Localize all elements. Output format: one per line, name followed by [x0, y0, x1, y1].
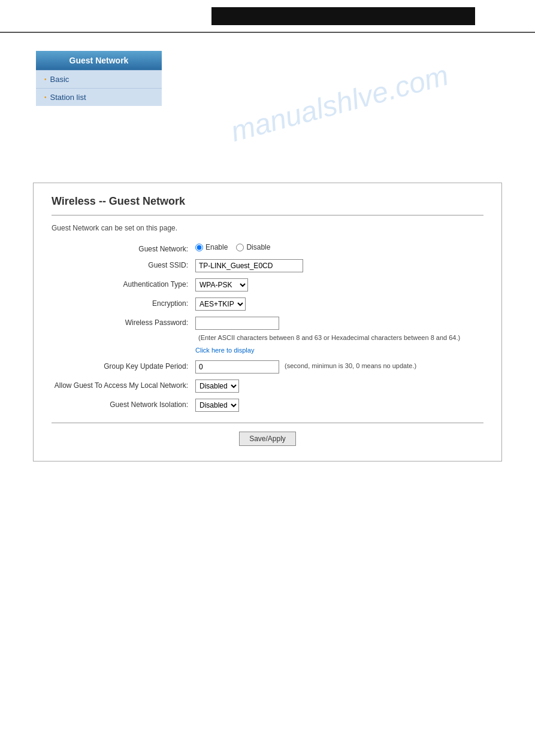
- bullet-icon: •: [44, 76, 47, 83]
- auth-type-row: Authentication Type: WPA-PSK WPA2-PSK Di…: [52, 278, 483, 292]
- top-bar-right-panel: [211, 7, 475, 25]
- group-key-row: Group Key Update Period: (second, minimu…: [52, 360, 483, 374]
- encryption-row: Encryption: AES+TKIP AES TKIP: [52, 297, 483, 311]
- form-panel-wrapper: Wireless -- Guest Network Guest Network …: [0, 183, 535, 485]
- group-key-field: (second, minimun is 30, 0 means no updat…: [195, 360, 483, 374]
- wireless-password-row: Wireless Password: (Enter ASCII characte…: [52, 317, 483, 354]
- guest-ssid-label: Guest SSID:: [52, 259, 195, 269]
- isolation-label: Guest Network Isolation:: [52, 399, 195, 409]
- guest-network-row: Guest Network: Enable Disable: [52, 243, 483, 253]
- allow-guest-row: Allow Guest To Access My Local Network: …: [52, 379, 483, 393]
- isolation-row: Guest Network Isolation: Disabled Enable…: [52, 399, 483, 412]
- group-key-label: Group Key Update Period:: [52, 360, 195, 371]
- save-apply-button[interactable]: Save/Apply: [239, 432, 296, 446]
- guest-network-label: Guest Network:: [52, 243, 195, 253]
- wireless-password-field: (Enter ASCII characters between 8 and 63…: [195, 317, 483, 354]
- form-description: Guest Network can be set on this page.: [52, 224, 483, 232]
- allow-guest-field: Disabled Enabled: [195, 379, 483, 393]
- auth-type-label: Authentication Type:: [52, 278, 195, 289]
- sidebar-heading: Guest Network: [69, 56, 129, 65]
- encryption-field: AES+TKIP AES TKIP: [195, 297, 483, 311]
- enable-radio-label[interactable]: Enable: [195, 243, 228, 251]
- auth-type-field: WPA-PSK WPA2-PSK Disabled: [195, 278, 483, 292]
- bottom-divider: [52, 423, 483, 423]
- auth-type-select[interactable]: WPA-PSK WPA2-PSK Disabled: [195, 278, 248, 292]
- page-title: Wireless -- Guest Network: [52, 195, 483, 208]
- group-key-input[interactable]: [195, 360, 279, 374]
- isolation-field: Disabled Enabled: [195, 399, 483, 412]
- isolation-select[interactable]: Disabled Enabled: [195, 399, 239, 412]
- top-divider: [52, 215, 483, 215]
- enable-label: Enable: [205, 243, 228, 251]
- guest-network-field: Enable Disable: [195, 243, 483, 251]
- sidebar: Guest Network • Basic • Station list: [36, 51, 162, 171]
- guest-ssid-field: [195, 259, 483, 272]
- password-input[interactable]: [195, 317, 279, 330]
- click-to-display-link[interactable]: Click here to display: [195, 347, 254, 354]
- guest-ssid-row: Guest SSID:: [52, 259, 483, 272]
- save-btn-row: Save/Apply: [52, 432, 483, 446]
- encryption-label: Encryption:: [52, 297, 195, 308]
- disable-label: Disable: [246, 243, 270, 251]
- sidebar-item-label-basic: Basic: [50, 75, 69, 84]
- allow-guest-select[interactable]: Disabled Enabled: [195, 379, 239, 393]
- top-bar: [0, 0, 535, 33]
- disable-radio-label[interactable]: Disable: [236, 243, 270, 251]
- sidebar-header: Guest Network: [36, 51, 162, 70]
- watermark: manualshlve.com: [227, 59, 452, 148]
- form-panel: Wireless -- Guest Network Guest Network …: [33, 183, 502, 462]
- sidebar-item-station-list[interactable]: • Station list: [36, 88, 162, 106]
- wireless-password-label: Wireless Password:: [52, 317, 195, 327]
- group-key-helper: (second, minimun is 30, 0 means no updat…: [285, 360, 416, 369]
- disable-radio[interactable]: [236, 244, 244, 251]
- encryption-select[interactable]: AES+TKIP AES TKIP: [195, 297, 246, 311]
- allow-guest-label: Allow Guest To Access My Local Network:: [52, 379, 195, 390]
- ssid-input[interactable]: [195, 259, 303, 272]
- password-helper: (Enter ASCII characters between 8 and 63…: [198, 332, 460, 341]
- enable-radio[interactable]: [195, 244, 203, 251]
- sidebar-item-label-station-list: Station list: [50, 93, 86, 102]
- watermark-area: manualshlve.com: [180, 51, 499, 171]
- sidebar-item-basic[interactable]: • Basic: [36, 70, 162, 88]
- main-content: Guest Network • Basic • Station list man…: [0, 39, 535, 183]
- bullet-icon-2: •: [44, 94, 47, 101]
